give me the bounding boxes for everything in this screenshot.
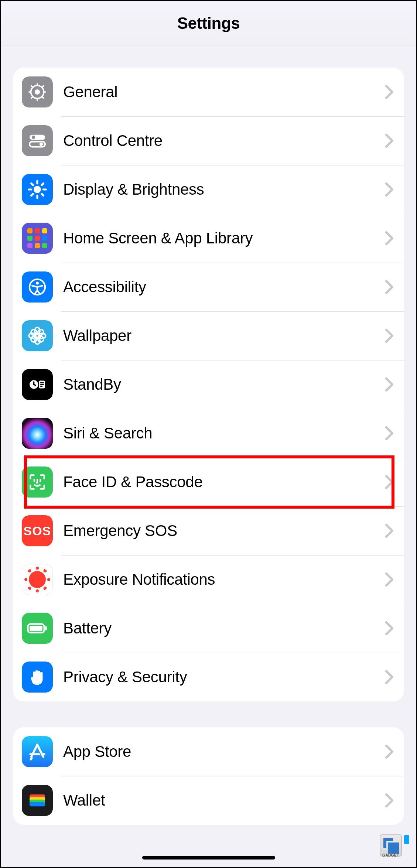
row-wallet[interactable]: Wallet [13, 776, 404, 825]
svg-line-22 [42, 183, 44, 185]
settings-group-1: General Control Centre Display & Brightn… [13, 68, 404, 701]
row-label: Home Screen & App Library [63, 229, 385, 247]
row-label: Emergency SOS [63, 522, 385, 540]
flower-icon [22, 320, 53, 351]
svg-line-20 [42, 194, 44, 196]
svg-line-7 [42, 97, 43, 98]
battery-icon [22, 613, 53, 644]
exposure-icon [22, 564, 53, 595]
row-label: General [63, 83, 385, 101]
svg-point-11 [32, 136, 35, 139]
row-accessibility[interactable]: Accessibility [13, 263, 404, 311]
chevron-right-icon [385, 744, 394, 759]
faceid-icon [22, 467, 53, 498]
row-home-screen[interactable]: Home Screen & App Library [13, 214, 404, 263]
row-emergency-sos[interactable]: SOS Emergency SOS [13, 506, 404, 555]
row-standby[interactable]: StandBy [13, 360, 404, 409]
chevron-right-icon [385, 523, 394, 538]
row-label: Wallpaper [63, 327, 385, 345]
svg-line-6 [31, 86, 33, 87]
chevron-right-icon [385, 182, 394, 197]
row-label: Battery [63, 619, 385, 637]
header: Settings [1, 1, 416, 45]
appstore-icon [22, 736, 53, 767]
wallet-icon [22, 785, 53, 816]
svg-point-33 [30, 335, 38, 343]
chevron-right-icon [385, 133, 394, 148]
svg-rect-43 [45, 626, 47, 631]
chevron-right-icon [385, 231, 394, 246]
svg-point-30 [30, 328, 38, 336]
row-faceid-passcode[interactable]: Face ID & Passcode [13, 458, 404, 506]
svg-line-9 [42, 86, 43, 87]
row-siri-search[interactable]: Siri & Search [13, 409, 404, 458]
row-label: Face ID & Passcode [63, 473, 385, 491]
row-battery[interactable]: Battery [13, 604, 404, 653]
app-grid-icon [22, 223, 53, 254]
clock-card-icon [22, 369, 53, 400]
row-exposure-notifications[interactable]: Exposure Notifications [13, 555, 404, 604]
svg-point-31 [37, 335, 45, 343]
settings-list: General Control Centre Display & Brightn… [1, 45, 416, 825]
hand-icon [22, 662, 53, 693]
svg-line-21 [31, 194, 33, 196]
chevron-right-icon [385, 377, 394, 392]
chevron-right-icon [385, 572, 394, 587]
chevron-right-icon [385, 475, 394, 489]
svg-line-19 [31, 183, 33, 185]
svg-rect-42 [30, 626, 42, 631]
row-label: App Store [63, 743, 385, 761]
svg-point-32 [37, 328, 45, 336]
row-label: StandBy [63, 376, 385, 393]
chevron-right-icon [385, 328, 394, 343]
row-app-store[interactable]: App Store [13, 727, 404, 776]
row-label: Display & Brightness [63, 181, 385, 198]
svg-line-48 [31, 758, 32, 760]
row-label: Siri & Search [63, 424, 385, 442]
row-label: Wallet [63, 792, 385, 809]
svg-point-24 [36, 282, 39, 285]
row-general[interactable]: General [13, 68, 404, 116]
gear-icon [22, 76, 53, 107]
watermark: GADGET [380, 834, 409, 857]
chevron-right-icon [385, 621, 394, 636]
accessibility-icon [22, 271, 53, 303]
siri-icon [22, 418, 53, 449]
svg-point-13 [40, 143, 43, 146]
settings-group-2: App Store Wallet [13, 727, 404, 825]
chevron-right-icon [385, 85, 394, 99]
sos-icon: SOS [22, 515, 53, 546]
home-indicator[interactable] [142, 856, 275, 860]
svg-point-1 [35, 90, 39, 94]
chevron-right-icon [385, 670, 394, 684]
row-label: Control Centre [63, 132, 385, 150]
row-display-brightness[interactable]: Display & Brightness [13, 165, 404, 214]
row-wallpaper[interactable]: Wallpaper [13, 311, 404, 360]
svg-line-8 [31, 97, 33, 98]
chevron-right-icon [385, 280, 394, 294]
svg-point-14 [34, 186, 41, 193]
chevron-right-icon [385, 426, 394, 441]
row-control-centre[interactable]: Control Centre [13, 116, 404, 165]
sun-icon [22, 174, 53, 205]
row-label: Exposure Notifications [63, 571, 385, 588]
chevron-right-icon [385, 793, 394, 808]
toggles-icon [22, 125, 53, 156]
row-label: Privacy & Security [63, 668, 385, 686]
row-label: Accessibility [63, 278, 385, 296]
row-privacy-security[interactable]: Privacy & Security [13, 653, 404, 701]
svg-rect-52 [30, 802, 45, 807]
page-title: Settings [177, 14, 240, 33]
